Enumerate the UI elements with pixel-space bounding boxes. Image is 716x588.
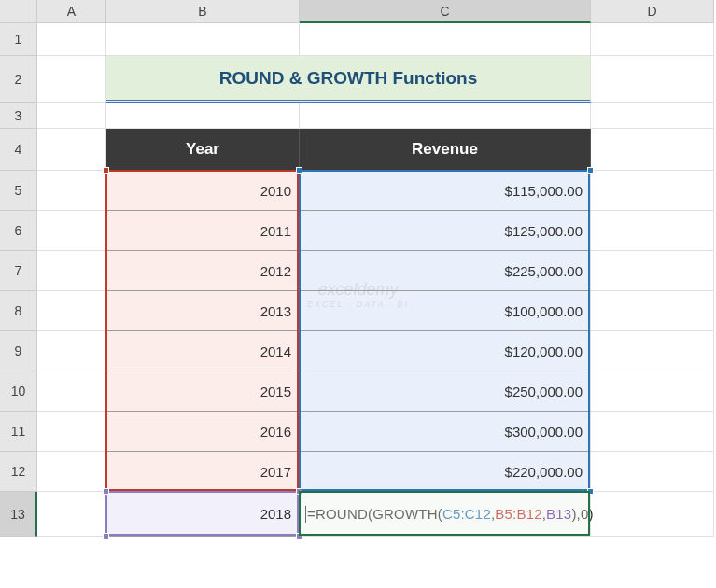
range-handle[interactable]: [103, 533, 109, 539]
year-2012[interactable]: 2012: [106, 251, 300, 291]
year-2015[interactable]: 2015: [106, 371, 300, 412]
formula-cell[interactable]: =ROUND(GROWTH(C5:C12,B5:B12,B13),0): [300, 492, 591, 537]
header-year[interactable]: Year: [106, 129, 300, 171]
cell-A2[interactable]: [37, 56, 106, 103]
cell-A3[interactable]: [37, 103, 106, 129]
row-header-10[interactable]: 10: [0, 371, 37, 412]
cell-D6[interactable]: [591, 211, 714, 251]
cell-A8[interactable]: [37, 291, 106, 331]
revenue-2015[interactable]: $250,000.00: [300, 371, 591, 412]
range-handle[interactable]: [103, 488, 109, 495]
cell-C3[interactable]: [300, 103, 591, 129]
cell-A6[interactable]: [37, 211, 106, 251]
revenue-2011[interactable]: $125,000.00: [300, 211, 591, 251]
select-all-corner[interactable]: [0, 0, 37, 23]
range-handle[interactable]: [587, 488, 594, 495]
year-2011[interactable]: 2011: [106, 211, 300, 251]
cell-B1[interactable]: [106, 23, 300, 56]
cell-D12[interactable]: [591, 452, 714, 492]
row-header-12[interactable]: 12: [0, 452, 37, 492]
range-handle[interactable]: [587, 167, 594, 174]
row-header-3[interactable]: 3: [0, 103, 37, 129]
column-header-A[interactable]: A: [37, 0, 106, 23]
cell-D2[interactable]: [591, 56, 714, 103]
revenue-2017[interactable]: $220,000.00: [300, 452, 591, 492]
column-header-B[interactable]: B: [106, 0, 300, 23]
cell-A13[interactable]: [37, 492, 106, 537]
row-header-8[interactable]: 8: [0, 291, 37, 331]
cell-D9[interactable]: [591, 331, 714, 371]
row-headers: 12345678910111213: [0, 23, 37, 537]
cell-A7[interactable]: [37, 251, 106, 291]
row-header-6[interactable]: 6: [0, 211, 37, 251]
cell-B3[interactable]: [106, 103, 300, 129]
range-handle[interactable]: [296, 488, 302, 495]
row-header-1[interactable]: 1: [0, 23, 37, 56]
cell-A12[interactable]: [37, 452, 106, 492]
row-header-2[interactable]: 2: [0, 56, 37, 103]
cell-D8[interactable]: [591, 291, 714, 331]
year-2016[interactable]: 2016: [106, 412, 300, 452]
title-cell[interactable]: ROUND & GROWTH Functions: [106, 56, 591, 103]
range-handle[interactable]: [296, 533, 302, 539]
year-2013[interactable]: 2013: [106, 291, 300, 331]
revenue-2013[interactable]: $100,000.00: [300, 291, 591, 331]
revenue-2014[interactable]: $120,000.00: [300, 331, 591, 371]
column-header-D[interactable]: D: [591, 0, 714, 23]
column-headers: ABCD: [37, 0, 714, 23]
formula-text[interactable]: =ROUND(GROWTH(C5:C12,B5:B12,B13),0): [300, 506, 594, 523]
cell-D5[interactable]: [591, 171, 714, 211]
year-2014[interactable]: 2014: [106, 331, 300, 371]
cell-D1[interactable]: [591, 23, 714, 56]
cell-D7[interactable]: [591, 251, 714, 291]
row-header-9[interactable]: 9: [0, 331, 37, 371]
year-2018[interactable]: 2018: [106, 492, 300, 537]
cell-A4[interactable]: [37, 129, 106, 171]
cell-D11[interactable]: [591, 412, 714, 452]
revenue-2010[interactable]: $115,000.00: [300, 171, 591, 211]
row-header-11[interactable]: 11: [0, 412, 37, 452]
column-header-C[interactable]: C: [300, 0, 591, 23]
cell-D4[interactable]: [591, 129, 714, 171]
revenue-2012[interactable]: $225,000.00: [300, 251, 591, 291]
cell-D3[interactable]: [591, 103, 714, 129]
cell-D10[interactable]: [591, 371, 714, 412]
cell-D13[interactable]: [591, 492, 714, 537]
cell-A11[interactable]: [37, 412, 106, 452]
cell-A9[interactable]: [37, 331, 106, 371]
header-revenue[interactable]: Revenue: [300, 129, 591, 171]
row-header-4[interactable]: 4: [0, 129, 37, 171]
spreadsheet-grid: ROUND & GROWTH FunctionsYearRevenue2010$…: [37, 23, 714, 537]
cell-A1[interactable]: [37, 23, 106, 56]
year-2010[interactable]: 2010: [106, 171, 300, 211]
row-header-5[interactable]: 5: [0, 171, 37, 211]
range-handle[interactable]: [296, 167, 302, 174]
row-header-7[interactable]: 7: [0, 251, 37, 291]
revenue-2016[interactable]: $300,000.00: [300, 412, 591, 452]
year-2017[interactable]: 2017: [106, 452, 300, 492]
cell-C1[interactable]: [300, 23, 591, 56]
cell-A10[interactable]: [37, 371, 106, 412]
row-header-13[interactable]: 13: [0, 492, 37, 537]
cell-A5[interactable]: [37, 171, 106, 211]
range-handle[interactable]: [103, 167, 109, 174]
